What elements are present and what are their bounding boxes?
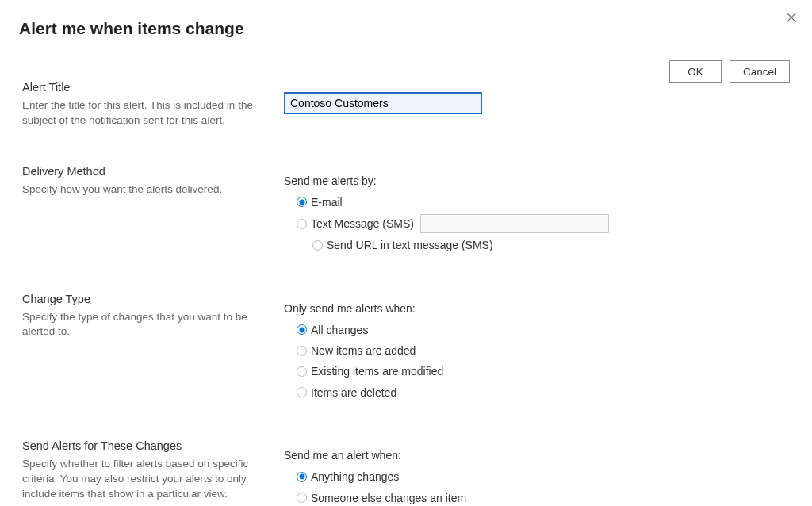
radio-email[interactable] [297, 197, 307, 207]
radio-someone-else[interactable] [297, 493, 307, 503]
alert-title-description: Enter the title for this alert. This is … [22, 98, 260, 128]
section-alert-title: Alert Title Enter the title for this ale… [22, 81, 790, 128]
send-alerts-label: Send me an alert when: [284, 449, 790, 462]
radio-item-items-deleted[interactable]: Items are deleted [297, 382, 790, 403]
radio-items-deleted-label: Items are deleted [311, 384, 396, 401]
delivery-method-description: Specify how you want the alerts delivere… [22, 182, 260, 197]
sms-number-input[interactable] [420, 214, 609, 233]
section-send-alerts: Send Alerts for These Changes Specify wh… [22, 439, 790, 506]
radio-new-items[interactable] [297, 346, 307, 356]
radio-items-deleted[interactable] [297, 387, 307, 397]
radio-new-items-label: New items are added [311, 342, 416, 359]
alert-title-input[interactable] [284, 92, 482, 114]
cancel-button[interactable]: Cancel [730, 60, 790, 83]
radio-anything-changes-label: Anything changes [311, 468, 399, 485]
radio-existing-modified[interactable] [297, 366, 307, 377]
radio-send-url-label: Send URL in text message (SMS) [327, 236, 493, 254]
close-icon[interactable] [783, 10, 799, 25]
radio-item-existing-modified[interactable]: Existing items are modified [297, 361, 790, 381]
radio-all-changes-label: All changes [311, 321, 368, 339]
delivery-method-label: Send me alerts by: [284, 174, 790, 187]
change-type-heading: Change Type [22, 293, 284, 305]
radio-item-someone-else[interactable]: Someone else changes an item [297, 488, 790, 506]
radio-someone-else-label: Someone else changes an item [311, 489, 466, 506]
ok-button[interactable]: OK [669, 60, 722, 83]
alert-title-heading: Alert Title [22, 81, 284, 94]
change-type-label: Only send me alerts when: [284, 302, 790, 315]
change-type-description: Specify the type of changes that you wan… [22, 310, 260, 340]
radio-item-sms[interactable]: Text Message (SMS) [297, 213, 790, 235]
radio-email-label: E-mail [311, 194, 343, 211]
send-alerts-heading: Send Alerts for These Changes [22, 439, 284, 452]
delivery-method-heading: Delivery Method [22, 165, 284, 178]
page-title: Alert me when items change [0, 0, 812, 38]
send-alerts-description: Specify whether to filter alerts based o… [22, 457, 260, 502]
radio-anything-changes[interactable] [297, 472, 307, 482]
radio-item-anything-changes[interactable]: Anything changes [297, 466, 790, 487]
radio-sms-label: Text Message (SMS) [311, 215, 414, 232]
action-buttons: OK Cancel [669, 60, 790, 83]
radio-send-url[interactable] [312, 240, 323, 251]
radio-all-changes[interactable] [297, 324, 307, 335]
radio-item-send-url[interactable]: Send URL in text message (SMS) [312, 235, 790, 255]
radio-sms[interactable] [297, 219, 307, 229]
section-change-type: Change Type Specify the type of changes … [22, 293, 790, 404]
radio-item-all-changes[interactable]: All changes [297, 320, 790, 340]
radio-existing-modified-label: Existing items are modified [311, 362, 443, 380]
radio-item-email[interactable]: E-mail [297, 192, 790, 213]
section-delivery-method: Delivery Method Specify how you want the… [22, 165, 790, 256]
radio-item-new-items[interactable]: New items are added [297, 340, 790, 361]
